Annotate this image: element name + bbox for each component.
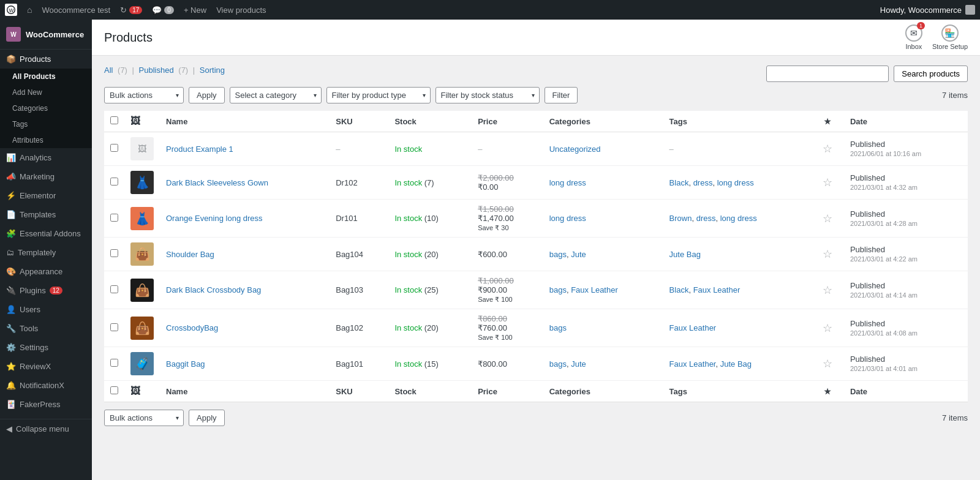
tag-link[interactable]: long dress: [720, 214, 757, 223]
tab-all[interactable]: All: [104, 66, 113, 75]
comments-icon[interactable]: 💬 0: [152, 6, 174, 15]
new-content-button[interactable]: + New: [184, 6, 206, 15]
featured-star-icon[interactable]: ☆: [823, 322, 832, 334]
select-all-checkbox-footer[interactable]: [104, 381, 124, 402]
product-name-link[interactable]: Dark Black Crossbody Bag: [166, 285, 261, 294]
site-name[interactable]: Woocommerce test: [42, 6, 110, 15]
bottom-apply-button[interactable]: Apply: [189, 410, 225, 426]
featured-star-icon[interactable]: ☆: [823, 176, 832, 189]
top-apply-button[interactable]: Apply: [189, 87, 225, 103]
product-name-link[interactable]: Baggit Bag: [166, 359, 205, 369]
row-checkbox[interactable]: [110, 323, 118, 331]
sidebar-item-templates[interactable]: 📄 Templates: [0, 205, 92, 224]
sidebar-item-settings[interactable]: ⚙️ Settings: [0, 338, 92, 357]
search-products-button[interactable]: Search products: [894, 66, 968, 82]
product-name-link[interactable]: Orange Evening long dress: [166, 214, 263, 223]
store-setup-button[interactable]: 🏪 Store Setup: [932, 24, 968, 50]
row-checkbox[interactable]: [110, 285, 118, 293]
select-all-checkbox-header[interactable]: [104, 111, 124, 132]
sidebar-item-templately[interactable]: 🗂 Templately: [0, 243, 92, 262]
category-link[interactable]: Faux Leather: [571, 285, 618, 294]
category-link[interactable]: long dress: [549, 178, 586, 187]
tag-link[interactable]: Black: [669, 285, 689, 294]
tag-link[interactable]: dress: [696, 214, 716, 223]
sidebar-item-notificationx[interactable]: 🔔 NotificationX: [0, 376, 92, 395]
tag-link[interactable]: Faux Leather: [693, 285, 741, 294]
bulk-actions-select[interactable]: Bulk actions: [104, 87, 184, 103]
updates-icon[interactable]: ↻ 17: [120, 6, 142, 15]
inbox-button[interactable]: ✉ 1 Inbox: [905, 24, 922, 50]
category-link[interactable]: bags: [549, 359, 567, 369]
tag-link[interactable]: Jute Bag: [669, 250, 701, 259]
tag-link[interactable]: Faux Leather: [669, 359, 716, 369]
tab-published[interactable]: Published: [137, 66, 174, 75]
product-name-link[interactable]: Shoulder Bag: [166, 250, 214, 259]
sidebar-item-plugins[interactable]: 🔌 Plugins 12: [0, 281, 92, 300]
th-price[interactable]: Price: [472, 111, 543, 132]
row-checkbox[interactable]: [110, 359, 118, 367]
sidebar-item-appearance[interactable]: 🎨 Appearance: [0, 262, 92, 281]
th-sku[interactable]: SKU: [330, 111, 388, 132]
th-date[interactable]: Date: [844, 111, 968, 132]
product-name-link[interactable]: Dark Black Sleeveless Gown: [166, 178, 268, 187]
category-link[interactable]: Jute: [571, 250, 586, 259]
tab-sorting[interactable]: Sorting: [197, 66, 225, 75]
product-name-link[interactable]: CrossbodyBag: [166, 323, 218, 332]
sidebar-item-add-new[interactable]: Add New: [6, 84, 92, 100]
sidebar-item-all-products[interactable]: All Products: [6, 69, 92, 84]
tag-link[interactable]: Black: [669, 178, 689, 187]
sidebar-brand[interactable]: W WooCommerce: [0, 20, 92, 50]
collapse-menu-button[interactable]: ◀ Collapse menu: [0, 419, 92, 438]
search-input[interactable]: [766, 66, 889, 82]
th-categories[interactable]: Categories: [543, 111, 663, 132]
product-name-link[interactable]: Product Example 1: [166, 144, 233, 154]
wp-logo[interactable]: W: [5, 4, 17, 16]
category-link[interactable]: bags: [549, 250, 567, 259]
featured-star-icon[interactable]: ☆: [823, 212, 832, 225]
tag-link[interactable]: long dress: [717, 178, 754, 187]
row-checkbox[interactable]: [110, 214, 118, 222]
category-link[interactable]: bags: [549, 285, 567, 294]
row-checkbox[interactable]: [110, 144, 118, 152]
sidebar-item-elementor[interactable]: ⚡ Elementor: [0, 186, 92, 205]
tag-link[interactable]: Faux Leather: [669, 323, 717, 332]
sidebar-label-attributes: Attributes: [12, 136, 43, 144]
row-checkbox[interactable]: [110, 178, 118, 186]
featured-star-icon[interactable]: ☆: [823, 248, 832, 260]
sidebar-item-users[interactable]: 👤 Users: [0, 300, 92, 319]
sidebar-item-essential-addons[interactable]: 🧩 Essential Addons: [0, 224, 92, 243]
tag-link[interactable]: Jute Bag: [720, 359, 752, 369]
product-type-filter-select[interactable]: Filter by product type Filler product ty…: [326, 87, 431, 103]
sidebar-item-categories[interactable]: Categories: [6, 100, 92, 116]
th-tags[interactable]: Tags: [663, 111, 812, 132]
tag-link[interactable]: Brown: [669, 214, 692, 223]
select-all-checkbox[interactable]: [110, 116, 118, 124]
stock-status-filter-select[interactable]: Filter by stock status: [435, 87, 540, 103]
category-link[interactable]: Uncategorized: [549, 144, 601, 154]
sidebar-item-tags[interactable]: Tags: [6, 116, 92, 132]
sidebar-item-reviewx[interactable]: ⭐ ReviewX: [0, 357, 92, 376]
select-all-checkbox-bottom[interactable]: [110, 386, 118, 394]
th-stock[interactable]: Stock: [388, 111, 472, 132]
site-home-icon[interactable]: ⌂: [27, 5, 32, 15]
sidebar-item-attributes[interactable]: Attributes: [6, 132, 92, 148]
category-link[interactable]: long dress: [549, 214, 586, 223]
view-products-link[interactable]: View products: [216, 6, 266, 15]
sidebar-item-fakerpress[interactable]: 🃏 FakerPress: [0, 395, 92, 414]
th-name[interactable]: Name: [160, 111, 330, 132]
sidebar-item-tools[interactable]: 🔧 Tools: [0, 319, 92, 338]
featured-star-icon[interactable]: ☆: [823, 284, 832, 296]
row-checkbox[interactable]: [110, 249, 118, 257]
bottom-bulk-actions-select[interactable]: Bulk actions: [104, 410, 184, 426]
sidebar-item-marketing[interactable]: 📣 Marketing: [0, 167, 92, 186]
th-featured[interactable]: ★: [812, 111, 844, 132]
category-filter-select[interactable]: Select a category: [230, 87, 322, 103]
category-link[interactable]: Jute: [571, 359, 586, 369]
sidebar-item-analytics[interactable]: 📊 Analytics: [0, 148, 92, 167]
featured-star-icon[interactable]: ☆: [823, 358, 832, 370]
sidebar-item-products[interactable]: 📦 Products: [0, 50, 92, 69]
tag-link[interactable]: dress: [693, 178, 713, 187]
category-link[interactable]: bags: [549, 323, 567, 332]
filter-button[interactable]: Filter: [545, 87, 578, 103]
featured-star-icon[interactable]: ☆: [823, 143, 832, 155]
